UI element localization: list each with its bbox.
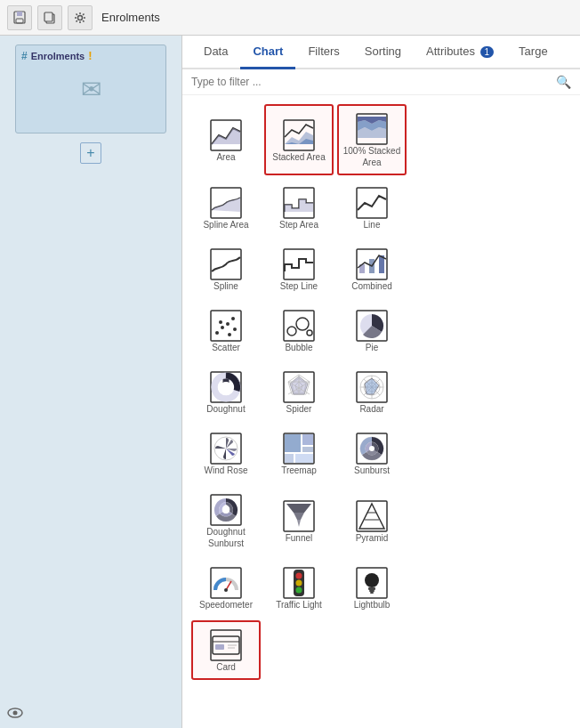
svg-marker-79 <box>297 520 301 527</box>
svg-rect-87 <box>211 568 241 598</box>
svg-point-36 <box>296 318 309 330</box>
svg-rect-38 <box>284 311 314 341</box>
chart-label-step-area: Step Area <box>279 219 318 231</box>
chart-label-radar: Radar <box>359 403 383 415</box>
settings-button[interactable] <box>68 5 93 30</box>
chart-label-bubble: Bubble <box>285 342 312 353</box>
svg-rect-34 <box>211 311 241 341</box>
tab-sorting[interactable]: Sorting <box>352 36 414 69</box>
svg-rect-68 <box>285 454 294 463</box>
svg-rect-100 <box>215 644 224 650</box>
chart-item-pyramid[interactable]: Pyramid <box>337 486 407 555</box>
svg-point-89 <box>296 573 302 579</box>
envelope-icon: ✉ <box>81 75 101 104</box>
eye-button[interactable] <box>7 707 23 721</box>
chart-item-doughnut[interactable]: Doughnut <box>191 363 261 421</box>
warning-icon: ! <box>88 49 92 62</box>
svg-point-32 <box>233 328 237 331</box>
chart-item-step-line[interactable]: Step Line <box>264 240 334 298</box>
chart-item-spider[interactable]: Spider <box>264 363 334 421</box>
chart-item-line[interactable]: Line <box>337 179 407 237</box>
chart-label-doughnut: Doughnut <box>206 403 245 415</box>
svg-point-29 <box>226 322 230 326</box>
svg-point-90 <box>296 580 302 586</box>
chart-item-treemap[interactable]: Treemap <box>264 425 334 482</box>
add-item-button[interactable]: + <box>80 142 101 164</box>
chart-item-spline[interactable]: Spline <box>191 240 261 298</box>
tab-attributes[interactable]: Attributes 1 <box>414 36 506 69</box>
svg-rect-67 <box>302 447 313 452</box>
chart-item-wind-rose[interactable]: Wind Rose <box>191 425 261 482</box>
attributes-badge: 1 <box>480 46 495 58</box>
chart-item-stacked-area[interactable]: Stacked Area <box>264 104 334 175</box>
svg-point-7 <box>13 711 18 716</box>
hash-icon: # <box>21 50 28 62</box>
svg-rect-66 <box>302 434 313 445</box>
svg-point-73 <box>369 446 375 451</box>
content-panel: Data Chart Filters Sorting Attributes 1 … <box>182 36 580 728</box>
chart-label-wind-rose: Wind Rose <box>205 465 248 476</box>
chart-label-pie: Pie <box>366 342 378 353</box>
sidebar-enrolments-label: Enrolments <box>31 51 85 61</box>
chart-item-funnel[interactable]: Funnel <box>264 486 334 555</box>
svg-marker-77 <box>286 504 311 513</box>
chart-item-traffic-light[interactable]: Traffic Light <box>264 559 334 617</box>
filter-bar: 🔍 <box>182 69 580 95</box>
chart-item-doughnut-sunburst[interactable]: Doughnut Sunburst <box>191 486 261 555</box>
svg-point-33 <box>228 333 231 336</box>
copy-button[interactable] <box>37 5 62 30</box>
search-icon: 🔍 <box>556 75 571 89</box>
sidebar-item-label: # Enrolments ! <box>21 49 93 62</box>
svg-marker-78 <box>294 513 304 520</box>
svg-point-75 <box>222 506 230 514</box>
chart-item-speedometer[interactable]: Speedometer <box>191 559 261 617</box>
chart-item-radar[interactable]: Radar <box>337 363 407 421</box>
svg-rect-94 <box>368 587 375 590</box>
chart-label-area: Area <box>216 151 235 163</box>
svg-rect-2 <box>16 19 23 23</box>
chart-item-sunburst[interactable]: Sunburst <box>337 425 407 482</box>
svg-point-27 <box>215 331 219 335</box>
chart-item-bubble[interactable]: Bubble <box>264 302 334 360</box>
chart-label-card: Card <box>216 661 236 673</box>
chart-label-scatter: Scatter <box>212 342 240 353</box>
svg-point-37 <box>307 330 312 336</box>
save-button[interactable] <box>7 5 32 30</box>
svg-point-91 <box>296 587 302 594</box>
svg-point-28 <box>221 326 224 329</box>
chart-item-lightbulb[interactable]: Lightbulb <box>337 559 407 617</box>
svg-point-86 <box>224 588 228 592</box>
svg-marker-8 <box>212 128 240 144</box>
tab-targets[interactable]: Targe <box>506 36 560 69</box>
sidebar-item-box[interactable]: # Enrolments ! ✉ <box>15 44 166 133</box>
chart-item-spline-area[interactable]: Spline Area <box>191 179 261 237</box>
tab-data[interactable]: Data <box>191 36 240 69</box>
svg-point-30 <box>219 320 222 324</box>
chart-item-100-stacked-area[interactable]: 100% Stacked Area <box>337 104 407 175</box>
chart-grid: Area Stacked Area 100% Stacked Area Spli… <box>182 95 580 728</box>
chart-item-pie[interactable]: Pie <box>337 302 407 360</box>
svg-point-31 <box>231 317 235 320</box>
chart-item-card[interactable]: Card <box>191 620 261 680</box>
svg-rect-20 <box>357 188 387 218</box>
svg-rect-84 <box>357 501 387 531</box>
chart-item-step-area[interactable]: Step Area <box>264 179 334 237</box>
toolbar: Enrolments <box>0 0 580 36</box>
tab-chart[interactable]: Chart <box>240 36 295 69</box>
chart-label-line: Line <box>364 219 381 231</box>
chart-label-stacked-area: Stacked Area <box>272 151 325 163</box>
chart-label-traffic-light: Traffic Light <box>276 599 322 611</box>
svg-rect-69 <box>295 454 313 463</box>
chart-label-step-line: Step Line <box>280 280 318 292</box>
filter-input[interactable] <box>191 76 556 88</box>
chart-label-spline: Spline <box>213 280 238 292</box>
tabs-bar: Data Chart Filters Sorting Attributes 1 … <box>182 36 580 69</box>
svg-point-93 <box>365 573 379 587</box>
svg-marker-81 <box>359 504 384 529</box>
tab-filters[interactable]: Filters <box>295 36 351 69</box>
chart-label-pyramid: Pyramid <box>356 532 389 544</box>
chart-item-scatter[interactable]: Scatter <box>191 302 261 360</box>
chart-item-area[interactable]: Area <box>191 104 261 175</box>
chart-item-combined[interactable]: Combined <box>337 240 407 298</box>
sidebar: # Enrolments ! ✉ + <box>0 36 182 728</box>
